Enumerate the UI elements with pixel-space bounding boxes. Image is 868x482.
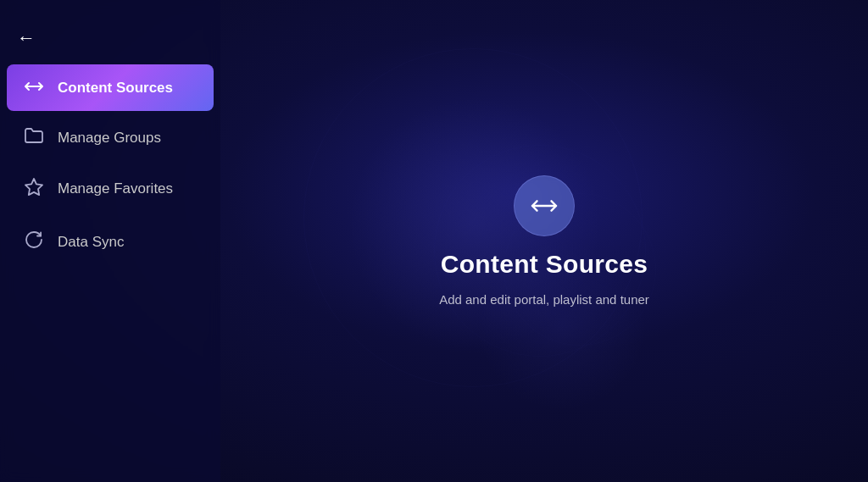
sidebar-item-label: Manage Favorites	[58, 180, 173, 197]
main-content-area: Content Sources Add and edit portal, pla…	[220, 0, 868, 482]
sidebar-item-manage-groups[interactable]: Manage Groups	[7, 114, 214, 161]
sync-icon	[24, 230, 44, 253]
sidebar-item-label: Content Sources	[58, 80, 173, 97]
star-icon	[24, 178, 44, 200]
main-title: Content Sources	[441, 250, 648, 279]
main-content-sources-icon	[531, 192, 558, 219]
sidebar-item-label: Manage Groups	[58, 130, 161, 147]
sidebar-item-data-sync[interactable]: Data Sync	[7, 217, 214, 267]
folder-icon	[24, 128, 44, 147]
sidebar-item-label: Data Sync	[58, 234, 124, 251]
main-subtitle: Add and edit portal, playlist and tuner	[439, 292, 649, 307]
content-sources-icon	[24, 78, 44, 97]
back-arrow-icon: ←	[17, 27, 36, 49]
sidebar: ← Content Sources Manage Groups Manage F…	[0, 0, 220, 482]
back-button[interactable]: ←	[0, 17, 220, 63]
sidebar-item-manage-favorites[interactable]: Manage Favorites	[7, 164, 214, 213]
sidebar-item-content-sources[interactable]: Content Sources	[7, 64, 214, 111]
main-icon-circle	[514, 175, 575, 236]
